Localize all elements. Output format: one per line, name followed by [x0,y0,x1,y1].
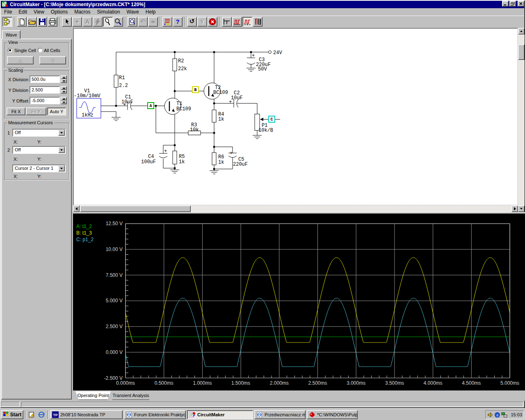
task-button-4[interactable]: Przedwzmacniacz mikrofo... [254,410,306,419]
schematic-vertical-scrollbar[interactable] [518,28,525,212]
y-offset-field[interactable] [30,97,60,104]
volume-icon[interactable] [487,412,493,418]
task-button-1[interactable]: TP2h08'10 Neostrada TP [50,410,123,419]
waveform-viewer[interactable]: 12.50 V10.00 V7.500 V5.000 V2.500 V0.000… [73,214,525,390]
radio-all-cells[interactable] [38,48,42,52]
menu-wave[interactable]: Wave [123,8,142,16]
radio-single-cell[interactable] [8,48,12,52]
next-cell-button[interactable]: ▽ [39,56,66,64]
tab-transient-analysis[interactable]: Transient Analysis [109,391,153,400]
analysis-tab-row: Operating PointTransient Analysis [73,390,525,401]
task-button-3[interactable]: CircuitMaker [187,410,253,419]
help-icon: ? [176,18,179,25]
hscroll-thumb[interactable] [80,205,191,212]
p1-wiper-arrow [260,118,263,121]
close-button[interactable] [518,1,524,7]
y-division-spinner[interactable] [61,86,67,94]
logic-wave-icon [253,18,262,26]
x-division-spinner[interactable] [61,75,67,83]
probe-c[interactable]: C [269,116,275,122]
logic-wave-button[interactable] [253,17,262,27]
help-button[interactable]: ? [173,17,183,27]
cursor1-select[interactable]: Off [12,129,66,137]
rotate-button[interactable]: ↶ [138,17,148,27]
tab-operating-point[interactable]: Operating Point [75,391,111,400]
pulse-wave-button[interactable] [232,17,242,27]
resistor-r6[interactable] [212,153,216,165]
resistor-r2[interactable] [173,59,177,71]
digital-options-button[interactable] [162,17,172,27]
schematic-horizontal-scrollbar[interactable] [73,205,518,212]
utility-button[interactable]: Y [197,17,207,27]
network-icon[interactable] [501,412,507,418]
probe-b[interactable]: B [192,87,199,93]
split-view-button[interactable]: ◀▶ [148,17,158,27]
vscroll-thumb[interactable] [518,44,525,60]
dialup-icon[interactable]: a [494,412,500,418]
internet-explorer-quicklaunch[interactable] [37,411,46,419]
desktop-quicklaunch[interactable] [27,411,36,419]
cursor2-select[interactable]: Off [12,146,66,154]
cursor1-y-label: Y: [37,139,41,144]
status-segment-main [21,402,523,407]
menu-macros[interactable]: Macros [71,8,94,16]
scaling-group-legend: Scaling [7,68,24,73]
auto-y-button[interactable]: Auto Y [47,107,66,115]
resistor-r5[interactable] [173,151,177,164]
fit-x-button[interactable]: Fit X [7,107,25,115]
x-division-field[interactable] [30,75,60,83]
scroll-up-icon[interactable] [518,28,525,34]
chevron-down-icon[interactable] [58,147,65,153]
zoom-page-button[interactable] [128,17,137,27]
transient-wave-button[interactable] [242,17,252,27]
open-file-button[interactable] [27,17,37,27]
task-button-2[interactable]: Forum Elektroniki Praktycz... [124,410,186,419]
spin-down-icon [61,100,67,104]
supply-terminal-24v[interactable] [269,51,272,54]
menu-file[interactable]: File [1,8,15,16]
schematic-label-r2-value: 22k [178,66,187,72]
reset-button[interactable]: ↺ [187,17,197,27]
chevron-down-icon[interactable] [58,165,65,171]
y-division-field[interactable] [30,86,60,94]
zoom-tool-button[interactable] [113,17,123,27]
print-button[interactable] [48,17,57,27]
y-offset-spinner[interactable] [61,97,67,104]
scroll-left-icon[interactable] [73,205,80,212]
resistor-r1[interactable] [114,75,118,87]
tab-wave[interactable]: Wave [2,30,21,39]
menu-help[interactable]: Help [142,8,159,16]
restore-button[interactable] [509,1,516,7]
schematic-canvas[interactable]: A B C V1-10m/10mV1kHzR12.2R222kC110uF+T1… [73,28,518,205]
task-button-5[interactable]: *C:\WINDOWS\Pulpit\sk... [307,410,358,419]
scroll-down-icon[interactable] [518,205,525,212]
plus-tool-button[interactable]: + [72,17,82,27]
cursor-diff-select[interactable]: Cursor 2 - Cursor 1 [12,164,66,172]
parts-bin-icon [3,18,11,26]
minimize-button[interactable] [502,1,509,7]
save-button[interactable] [37,17,47,27]
fit-y-button[interactable]: Fit Y [26,107,46,115]
resistor-r4[interactable] [212,110,216,122]
scroll-right-icon[interactable] [511,205,518,212]
radio-all-cells-label: All Cells [44,48,60,53]
menu-edit[interactable]: Edit [15,8,30,16]
start-button[interactable]: Start [1,410,23,419]
schematic-label-r1-name: R1 [119,75,125,81]
parts-bin-button[interactable] [2,17,12,27]
menu-options[interactable]: Options [48,8,71,16]
wire-tool-button[interactable] [93,17,103,27]
prev-cell-button[interactable]: △ [7,56,34,64]
menu-simulation[interactable]: Simulation [94,8,123,16]
chevron-down-icon[interactable] [58,130,65,136]
menu-view[interactable]: View [30,8,48,16]
stop-button[interactable] [208,17,217,27]
select-arrow-button[interactable] [62,17,72,27]
probe-tool-button[interactable] [103,17,113,27]
vscroll-track[interactable] [518,34,525,205]
scope-probe-button[interactable] [222,17,232,27]
x-tick-label: 3.000ms [347,380,365,386]
probe-a[interactable]: A [148,103,154,109]
text-tool-button[interactable]: A [82,17,92,27]
new-file-button[interactable] [17,17,27,27]
